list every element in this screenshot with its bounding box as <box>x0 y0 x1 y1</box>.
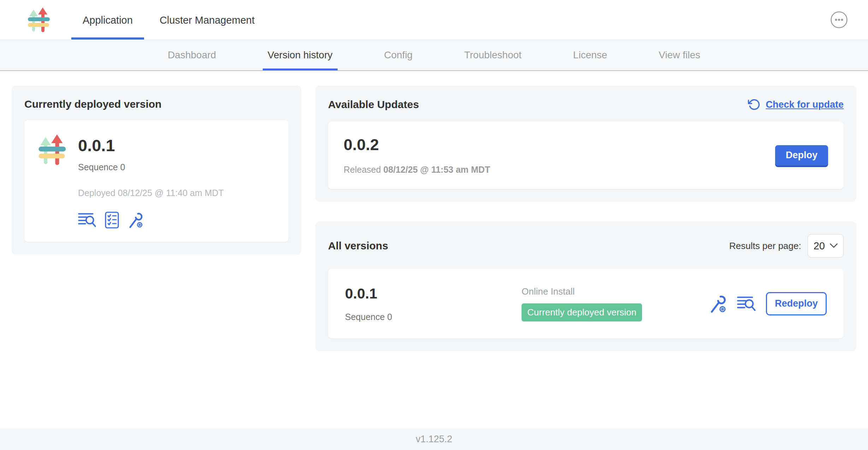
deployed-timestamp: Deployed 08/12/25 @ 11:40 am MDT <box>78 188 224 198</box>
results-per-page-label: Results per page: <box>729 241 801 251</box>
config-wrench-icon <box>709 295 727 313</box>
console-footer: v1.125.2 <box>0 428 868 450</box>
view-logs-button[interactable] <box>737 296 756 312</box>
admin-console-page: Application Cluster Management Dashboard… <box>0 0 868 351</box>
deployed-actions <box>78 212 224 229</box>
subnav-item-license[interactable]: License <box>568 40 612 70</box>
currently-deployed-title: Currently deployed version <box>24 98 289 110</box>
subnav-item-version-history[interactable]: Version history <box>263 40 338 70</box>
all-versions-title: All versions <box>328 240 388 252</box>
currently-deployed-badge: Currently deployed version <box>522 303 642 321</box>
edit-config-button[interactable] <box>709 295 727 313</box>
update-info: 0.0.2 Released 08/12/25 @ 11:53 am MDT <box>344 136 490 175</box>
subnav-license-label: License <box>573 49 607 61</box>
row-sequence: Sequence 0 <box>345 312 522 322</box>
check-for-update-link[interactable]: Check for update <box>748 98 844 111</box>
subnav-view-files-label: View files <box>659 49 700 61</box>
app-logo-icon <box>38 134 67 167</box>
subnav-item-troubleshoot[interactable]: Troubleshoot <box>459 40 526 70</box>
available-updates-title: Available Updates <box>328 99 419 111</box>
currently-deployed-card: Currently deployed version 0.0.1 Sequenc… <box>12 85 301 255</box>
released-date: 08/12/25 @ 11:53 am MDT <box>384 165 490 174</box>
deployed-version-info: 0.0.1 Sequence 0 Deployed 08/12/25 @ 11:… <box>78 134 224 229</box>
app-subnav: Dashboard Version history Config Trouble… <box>0 40 868 71</box>
version-row: 0.0.1 Sequence 0 Online Install Currentl… <box>328 269 844 338</box>
app-logo-icon <box>28 7 51 34</box>
released-prefix: Released <box>344 165 381 174</box>
preflight-checklist-icon <box>105 212 119 229</box>
results-per-page: Results per page: 20 <box>729 234 844 257</box>
deployed-version-panel: 0.0.1 Sequence 0 Deployed 08/12/25 @ 11:… <box>24 120 289 242</box>
deployed-sequence: Sequence 0 <box>78 162 224 172</box>
edit-config-button[interactable] <box>127 212 144 228</box>
all-versions-header: All versions Results per page: 20 <box>328 234 844 257</box>
subnav-item-view-files[interactable]: View files <box>654 40 705 70</box>
main-content: Currently deployed version 0.0.1 Sequenc… <box>12 85 856 351</box>
deployed-version-number: 0.0.1 <box>78 136 224 155</box>
subnav-version-history-label: Version history <box>268 49 333 61</box>
update-released-line: Released 08/12/25 @ 11:53 am MDT <box>344 165 490 175</box>
overflow-menu-button[interactable] <box>830 11 848 29</box>
console-version: v1.125.2 <box>416 434 452 445</box>
view-logs-button[interactable] <box>78 212 96 228</box>
available-updates-card: Available Updates Check for update 0.0.2… <box>315 85 856 202</box>
tab-application[interactable]: Application <box>71 0 144 40</box>
version-row-info: 0.0.1 Sequence 0 <box>345 285 522 322</box>
right-column: Available Updates Check for update 0.0.2… <box>315 85 856 351</box>
ellipsis-icon <box>830 11 848 29</box>
logs-icon <box>737 296 756 312</box>
all-versions-card: All versions Results per page: 20 0.0 <box>315 221 856 351</box>
config-wrench-icon <box>127 212 144 228</box>
subnav-dashboard-label: Dashboard <box>168 49 216 61</box>
available-updates-header: Available Updates Check for update <box>328 98 844 111</box>
top-nav-bar: Application Cluster Management <box>0 0 868 40</box>
logs-icon <box>78 212 96 228</box>
version-row-status: Online Install Currently deployed versio… <box>522 286 709 321</box>
update-row: 0.0.2 Released 08/12/25 @ 11:53 am MDT D… <box>328 122 844 189</box>
deploy-button[interactable]: Deploy <box>775 145 828 166</box>
row-version-number: 0.0.1 <box>345 285 522 302</box>
check-for-update-label: Check for update <box>766 99 844 110</box>
subnav-troubleshoot-label: Troubleshoot <box>464 49 521 61</box>
tab-cluster-management[interactable]: Cluster Management <box>148 0 266 40</box>
redeploy-button[interactable]: Redeploy <box>766 292 827 315</box>
results-per-page-value: 20 <box>814 240 825 252</box>
results-per-page-select[interactable]: 20 <box>808 234 844 257</box>
refresh-icon <box>748 98 761 111</box>
subnav-item-config[interactable]: Config <box>379 40 418 70</box>
update-version-number: 0.0.2 <box>344 136 490 154</box>
chevron-down-icon <box>830 243 838 248</box>
tab-cluster-management-label: Cluster Management <box>160 14 255 26</box>
top-tabs: Application Cluster Management <box>71 0 266 40</box>
tab-application-label: Application <box>83 14 133 26</box>
subnav-config-label: Config <box>384 49 413 61</box>
subnav-item-dashboard[interactable]: Dashboard <box>163 40 221 70</box>
preflight-checks-button[interactable] <box>105 212 119 229</box>
install-type-label: Online Install <box>522 286 709 297</box>
version-row-actions: Redeploy <box>709 292 827 315</box>
